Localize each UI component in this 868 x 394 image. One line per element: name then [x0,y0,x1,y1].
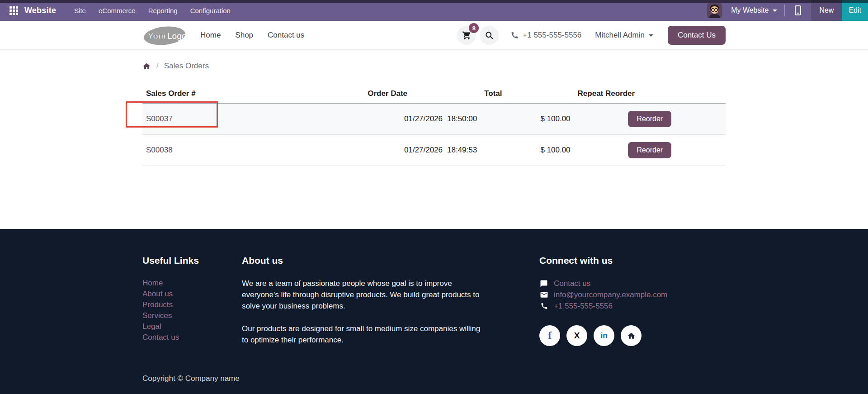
col-header-sales-order: Sales Order # [142,85,364,104]
website-selector[interactable]: My Website [728,0,784,21]
useful-links-list: Home About us Products Services Legal Co… [142,278,242,343]
apps-grid-icon[interactable] [9,6,18,15]
order-date: 01/27/2026 [404,114,443,123]
cart-count-badge: 8 [469,23,479,33]
useful-links-heading: Useful Links [142,255,242,266]
chevron-down-icon [649,34,653,37]
nav-contact-us[interactable]: Contact us [268,31,304,40]
home-icon [627,332,636,340]
footer-email-link[interactable]: info@yourcompany.example.com [554,289,667,300]
breadcrumb-separator: / [156,62,159,71]
phone-icon [510,31,519,39]
linkedin-icon: in [600,331,607,340]
breadcrumb: / Sales Orders [142,62,726,71]
header-phone-link[interactable]: +1 555-555-5556 [510,31,581,40]
table-header-row: Sales Order # Order Date Total Repeat Re… [142,85,726,104]
social-links: f X in [539,325,726,346]
about-us-heading: About us [242,255,486,266]
svg-text:Logo: Logo [167,31,186,41]
envelope-icon [539,290,548,299]
copyright-text: Copyright © Company name [142,361,726,394]
main-content: / Sales Orders Sales Order # Order Date … [0,50,868,229]
nav-home[interactable]: Home [200,31,221,40]
order-time: 18:49:53 [447,146,477,155]
order-number-link[interactable]: S00038 [146,146,173,154]
search-button[interactable] [480,26,499,45]
contact-us-button[interactable]: Contact Us [668,26,726,45]
website-home-button[interactable] [621,325,642,346]
table-row: S00037 01/27/202618:50:00 $ 100.00 Reord… [142,104,726,135]
menu-site[interactable]: Site [68,0,92,21]
facebook-icon: f [548,330,552,342]
reorder-button[interactable]: Reorder [628,111,671,127]
reorder-button[interactable]: Reorder [628,142,671,158]
user-name: Mitchell Admin [595,31,645,40]
footer-link-contact-us[interactable]: Contact us [142,332,242,343]
footer-link-products[interactable]: Products [142,299,242,310]
avatar[interactable] [707,3,722,18]
order-total-cell: $ 100.00 [481,135,574,166]
linkedin-button[interactable]: in [594,325,614,346]
menu-reporting[interactable]: Reporting [142,0,184,21]
order-date: 01/27/2026 [404,146,443,154]
menu-configuration[interactable]: Configuration [184,0,237,21]
phone-icon [539,302,548,310]
main-nav: Home Shop Contact us [200,31,304,40]
app-name[interactable]: Website [24,6,56,15]
orders-table-wrap: Sales Order # Order Date Total Repeat Re… [142,85,726,166]
breadcrumb-home-link[interactable] [142,62,151,71]
order-date-cell: 01/27/202618:49:53 [364,135,481,166]
home-icon [142,62,151,71]
mobile-preview-button[interactable] [785,0,811,21]
x-twitter-icon: X [574,331,580,341]
connect-heading: Connect with us [539,255,726,266]
col-header-repeat-reorder: Repeat Reorder [574,85,726,104]
website-selector-label: My Website [731,6,769,14]
order-number-link[interactable]: S00037 [146,114,173,123]
menu-ecommerce[interactable]: eCommerce [92,0,142,21]
editor-topbar: Website Site eCommerce Reporting Configu… [0,0,868,21]
edit-button[interactable]: Edit [842,0,868,21]
col-header-total: Total [481,85,574,104]
about-us-paragraph-2: Our products are designed for small to m… [242,323,486,346]
orders-table: Sales Order # Order Date Total Repeat Re… [142,85,726,166]
header-phone-number: +1 555-555-5556 [523,31,581,40]
x-twitter-button[interactable]: X [566,325,587,346]
site-logo[interactable]: Your Logo [142,25,187,46]
about-us-paragraph-1: We are a team of passionate people whose… [242,278,486,312]
chevron-down-icon [773,9,777,12]
breadcrumb-current: Sales Orders [164,62,209,71]
order-date-cell: 01/27/202618:50:00 [364,104,481,135]
footer-link-legal[interactable]: Legal [142,321,242,332]
chat-bubble-icon [539,280,548,288]
svg-text:Your: Your [148,31,167,41]
footer-link-home[interactable]: Home [142,278,242,289]
table-row: S00038 01/27/202618:49:53 $ 100.00 Reord… [142,135,726,166]
new-button[interactable]: New [811,0,842,21]
user-dropdown[interactable]: Mitchell Admin [595,31,653,40]
window-top-strip [0,0,868,3]
site-footer: Useful Links Home About us Products Serv… [0,229,868,394]
order-time: 18:50:00 [447,114,477,123]
site-header: Your Logo Home Shop Contact us 8 [0,21,868,50]
footer-link-services[interactable]: Services [142,310,242,321]
col-header-order-date: Order Date [364,85,481,104]
facebook-button[interactable]: f [539,325,560,346]
footer-phone-link[interactable]: +1 555-555-5556 [554,300,613,312]
cart-icon [462,31,472,40]
nav-shop[interactable]: Shop [235,31,253,40]
cart-button[interactable]: 8 [457,26,476,45]
footer-link-about-us[interactable]: About us [142,289,242,299]
search-icon [485,31,494,40]
mobile-icon [795,5,801,15]
footer-contact-us-link[interactable]: Contact us [554,278,590,289]
order-total-cell: $ 100.00 [481,104,574,135]
